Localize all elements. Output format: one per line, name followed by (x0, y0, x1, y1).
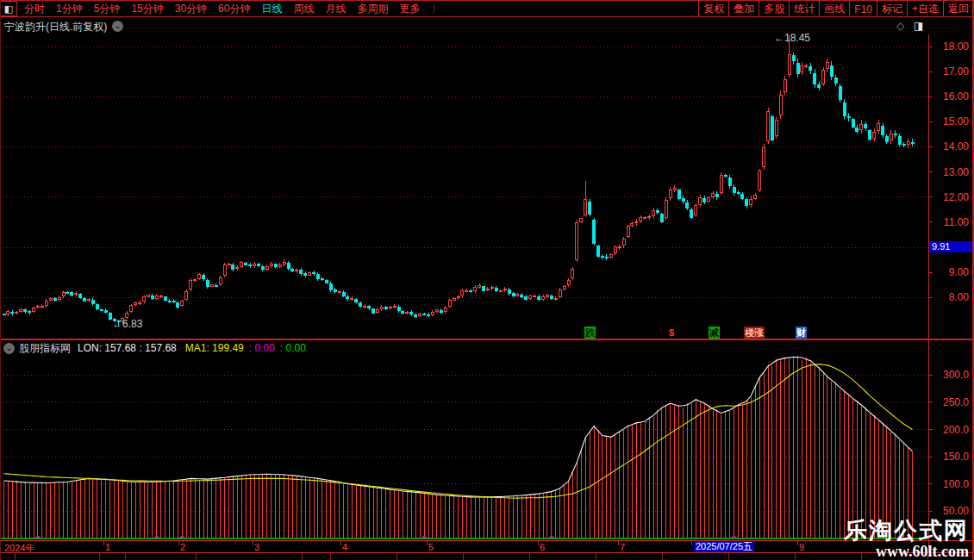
period-menu-item-多周期[interactable]: 多周期 (357, 2, 388, 16)
indicator-label: 300.0 (929, 369, 969, 381)
status-separator (125, 553, 126, 560)
time-label: 6 (540, 542, 545, 552)
price-label: 12.00 (929, 191, 969, 203)
time-tick (427, 541, 428, 545)
signal-badge-$: $ (668, 327, 675, 339)
status-separator (302, 553, 303, 560)
lon-value: LON: 157.68 : 157.68 (78, 342, 177, 354)
extra-value-green: : 0.00 (280, 342, 306, 354)
price-label: 13.00 (929, 166, 969, 178)
price-label: 17.00 (929, 65, 969, 78)
status-separator (15, 553, 16, 560)
watermark-url: www.60lt.com (844, 544, 969, 560)
more-arrow-icon[interactable]: 〉 (431, 3, 440, 16)
period-menu-item-60分钟[interactable]: 60分钟 (218, 2, 250, 16)
time-label: 1 (105, 542, 110, 552)
price-label: 9.00 (929, 266, 969, 278)
action-menu-item-画线[interactable]: 画线 (819, 1, 849, 17)
time-label: 5 (428, 542, 434, 552)
action-menu-item-多股[interactable]: 多股 (759, 1, 789, 17)
period-menu: 分时1分钟5分钟15分钟30分钟60分钟日线周线月线多周期更多〉 (24, 2, 440, 16)
signal-badge-跌: 跌 (584, 327, 596, 339)
extra-value-magenta: : 0.00 (249, 342, 275, 354)
chevron-down-icon[interactable]: ⌄ (112, 21, 123, 32)
status-separator (795, 553, 796, 560)
status-separator (728, 553, 729, 560)
period-menu-item-5分钟[interactable]: 5分钟 (94, 2, 121, 16)
price-label: 18.00 (929, 40, 969, 53)
price-label: 8.00 (929, 291, 969, 303)
top-toolbar: ◧ 分时1分钟5分钟15分钟30分钟60分钟日线周线月线多周期更多〉 复权叠加多… (0, 0, 974, 17)
status-separator (463, 553, 464, 560)
action-menu-item-+自选[interactable]: +自选 (907, 1, 943, 17)
indicator-label: 50.00 (929, 505, 969, 517)
action-menu-item-返回[interactable]: 返回 (943, 1, 973, 17)
status-separator (99, 553, 100, 560)
time-label: 4 (342, 542, 347, 552)
indicator-label: 250.0 (929, 396, 969, 408)
indicator-source[interactable]: 股朋指标网 (19, 341, 71, 356)
indicator-label: 200.0 (929, 424, 969, 436)
status-separator (662, 553, 663, 560)
main-candlestick-chart[interactable] (0, 34, 972, 339)
status-separator (330, 553, 331, 560)
period-menu-item-周线[interactable]: 周线 (293, 2, 314, 16)
price-label: 15.00 (929, 115, 969, 128)
period-menu-item-15分钟[interactable]: 15分钟 (131, 2, 163, 16)
price-label: 11.00 (929, 216, 969, 228)
action-menu-item-标记[interactable]: 标记 (877, 1, 907, 17)
period-menu-item-30分钟[interactable]: 30分钟 (175, 2, 207, 16)
selected-date-badge: 2025/07/25五 (694, 541, 754, 552)
panel-toggle-icon[interactable]: ◨ (914, 20, 923, 32)
signal-badge-财: 财 (796, 327, 807, 339)
time-axis: 2025/07/25五 2024年12345679 (0, 540, 974, 552)
indicator-chevron-icon[interactable]: ⌄ (3, 343, 15, 354)
high-annotation: ←18.45 (774, 32, 810, 44)
time-tick (178, 541, 179, 545)
lon-indicator-chart[interactable] (0, 340, 972, 540)
price-marker-badge: 9.91 (929, 241, 972, 252)
status-strip (0, 552, 974, 560)
watermark: 乐淘公式网 www.60lt.com (844, 518, 969, 560)
status-separator (196, 553, 197, 560)
time-tick (103, 541, 104, 545)
time-label: 7 (620, 542, 625, 552)
signal-badge-楼涨: 楼涨 (744, 327, 765, 339)
window-left-border (0, 0, 1, 560)
time-tick (253, 541, 253, 545)
title-bar: 宁波韵升(日线.前复权) ⌄ ◇ ◨ (0, 18, 972, 34)
page-title: 宁波韵升(日线.前复权) (4, 20, 107, 34)
action-menu-item-F10[interactable]: F10 (849, 1, 877, 17)
time-tick (538, 541, 539, 545)
watermark-site-name: 乐淘公式网 (844, 518, 969, 544)
time-tick (618, 541, 619, 545)
status-separator (596, 553, 596, 560)
period-menu-item-更多[interactable]: 更多 (399, 2, 420, 16)
period-menu-item-分时[interactable]: 分时 (24, 2, 45, 16)
time-label: 9 (799, 542, 804, 552)
action-menu-item-复权[interactable]: 复权 (698, 1, 728, 17)
time-label: 3 (254, 542, 259, 552)
time-tick (797, 541, 798, 545)
period-menu-item-1分钟[interactable]: 1分钟 (56, 2, 83, 16)
action-menu-item-统计[interactable]: 统计 (789, 1, 819, 17)
time-tick (340, 541, 341, 545)
indicator-header: ⌄ 股朋指标网 LON: 157.68 : 157.68 MA1: 199.49… (3, 342, 306, 354)
time-tick (691, 541, 692, 545)
indicator-label: 150.0 (929, 451, 969, 463)
diamond-icon[interactable]: ◇ (896, 20, 904, 32)
low-annotation: ←6.83 (112, 318, 142, 330)
status-separator (396, 553, 397, 560)
window-layout-icon[interactable]: ◧ (0, 1, 17, 16)
period-menu-item-月线[interactable]: 月线 (325, 2, 346, 16)
period-menu-item-日线[interactable]: 日线 (261, 2, 282, 16)
price-label: 14.00 (929, 140, 969, 152)
time-label: 2 (180, 542, 185, 552)
ma1-value: MA1: 199.49 (185, 342, 244, 354)
indicator-label: 100.0 (929, 478, 969, 490)
action-menu-item-叠加[interactable]: 叠加 (728, 1, 759, 17)
signal-badge-减: 减 (709, 327, 720, 339)
action-menu: 复权叠加多股统计画线F10标记+自选返回 (698, 1, 973, 17)
price-label: 16.00 (929, 90, 969, 103)
status-separator (529, 553, 530, 560)
